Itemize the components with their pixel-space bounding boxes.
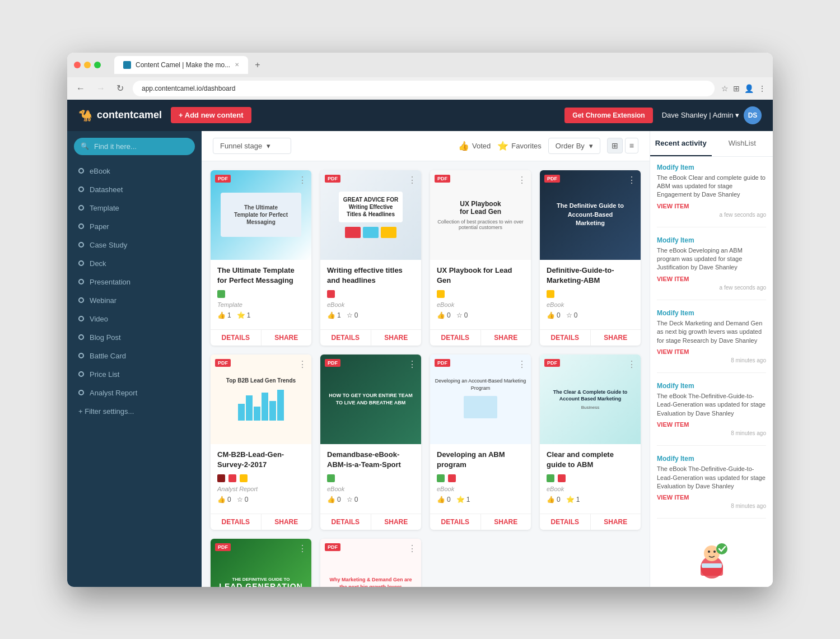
card-menu-8[interactable]: ⋮: [627, 359, 636, 370]
sidebar-label-deck: Deck: [90, 259, 106, 268]
details-button-1[interactable]: DETAILS: [211, 330, 262, 346]
url-input[interactable]: [133, 81, 715, 96]
profile-icon[interactable]: 👤: [744, 84, 754, 93]
card-menu-9[interactable]: ⋮: [298, 543, 307, 554]
back-button[interactable]: ←: [74, 81, 87, 96]
sidebar-item-deck[interactable]: Deck: [67, 254, 202, 273]
details-button-4[interactable]: DETAILS: [540, 330, 591, 346]
card-menu-7[interactable]: ⋮: [517, 359, 526, 370]
sidebar-item-video[interactable]: Video: [67, 310, 202, 328]
share-button-4[interactable]: SHARE: [591, 330, 641, 346]
card-menu-10[interactable]: ⋮: [408, 543, 417, 554]
sidebar-item-price-list[interactable]: Price List: [67, 365, 202, 384]
card-body-3: UX Playbook for Lead Gen eBook 👍 0 ☆ 0: [430, 260, 531, 329]
card-menu-2[interactable]: ⋮: [408, 175, 417, 185]
sidebar-dot: [78, 242, 84, 248]
tab-close-button[interactable]: ✕: [235, 62, 239, 68]
details-button-6[interactable]: DETAILS: [320, 514, 371, 530]
card-menu-5[interactable]: ⋮: [298, 359, 307, 370]
extension-icon[interactable]: ⊞: [733, 84, 740, 93]
tag-yellow-5: [240, 474, 248, 482]
new-tab-button[interactable]: +: [250, 58, 264, 72]
sidebar-label-blog-post: Blog Post: [90, 333, 121, 342]
share-button-3[interactable]: SHARE: [481, 330, 531, 346]
stars-stat-3: ☆ 0: [456, 311, 468, 319]
chrome-extension-button[interactable]: Get Chrome Extension: [564, 108, 652, 123]
tab-wishlist[interactable]: WishList: [712, 131, 773, 156]
card-actions-4: DETAILS SHARE: [540, 329, 641, 346]
card-thumbnail-10: PDF ⋮ Why Marketing & Demand Gen are the…: [320, 539, 421, 586]
mascot-icon: [689, 537, 734, 581]
sidebar-item-presentation[interactable]: Presentation: [67, 273, 202, 291]
minimize-window-button[interactable]: [84, 62, 91, 68]
sidebar-item-ebook[interactable]: eBook: [67, 162, 202, 180]
sidebar-item-analyst-report[interactable]: Analyst Report: [67, 384, 202, 402]
card-badge-8: PDF: [544, 359, 560, 367]
card-title-8: Clear and complete guide to ABM: [547, 450, 634, 470]
activity-link-1[interactable]: VIEW ITEM: [657, 203, 766, 209]
sidebar-item-template[interactable]: Template: [67, 199, 202, 217]
card-body-5: CM-B2B-Lead-Gen-Survey-2-2017 Analyst Re…: [211, 444, 311, 514]
sidebar-item-battle-card[interactable]: Battle Card: [67, 347, 202, 365]
activity-desc-3: The Deck Marketing and Demand Gen as nex…: [657, 319, 766, 345]
order-by-select[interactable]: Order By ▾: [548, 138, 600, 154]
menu-icon[interactable]: ⋮: [758, 84, 766, 93]
add-content-button[interactable]: + Add new content: [171, 107, 251, 123]
share-button-6[interactable]: SHARE: [371, 514, 422, 530]
details-button-3[interactable]: DETAILS: [430, 330, 481, 346]
card-tags-4: [547, 290, 634, 298]
favorites-button[interactable]: ⭐ Favorites: [497, 141, 541, 151]
card-menu-4[interactable]: ⋮: [627, 175, 636, 185]
content-card-9: PDF ⋮ The Definitive Guide to LEAD GENER…: [211, 539, 311, 586]
avatar[interactable]: DS: [744, 106, 762, 124]
sidebar-label-datasheet: Datasheet: [90, 185, 123, 194]
activity-link-3[interactable]: VIEW ITEM: [657, 348, 766, 355]
thumb-content-3: UX Playbookfor Lead Gen Collection of be…: [430, 193, 531, 237]
card-tags-8: [547, 474, 634, 482]
svg-rect-5: [702, 563, 722, 568]
card-tags-5: [217, 474, 305, 482]
share-button-2[interactable]: SHARE: [371, 330, 422, 346]
details-button-2[interactable]: DETAILS: [320, 330, 371, 346]
sidebar-item-case-study[interactable]: Case Study: [67, 236, 202, 254]
voted-button[interactable]: 👍 Voted: [458, 141, 491, 151]
share-button-7[interactable]: SHARE: [481, 514, 531, 530]
list-view-button[interactable]: ≡: [625, 138, 638, 153]
funnel-stage-select[interactable]: Funnel stage ▾: [213, 138, 291, 154]
close-window-button[interactable]: [74, 62, 81, 68]
placeholder-card-1: [430, 539, 531, 586]
sidebar-item-blog-post[interactable]: Blog Post: [67, 328, 202, 347]
search-input[interactable]: [74, 138, 195, 155]
titlebar: Content Camel | Make the mo... ✕ +: [67, 53, 773, 77]
sidebar-item-webinar[interactable]: Webinar: [67, 291, 202, 310]
filter-settings[interactable]: + Filter settings...: [67, 402, 202, 421]
share-button-8[interactable]: SHARE: [591, 514, 641, 530]
activity-link-2[interactable]: VIEW ITEM: [657, 276, 766, 282]
details-button-8[interactable]: DETAILS: [540, 514, 591, 530]
content-card-10: PDF ⋮ Why Marketing & Demand Gen are the…: [320, 539, 421, 586]
share-button-5[interactable]: SHARE: [262, 514, 312, 530]
tab-recent-activity[interactable]: Recent activity: [650, 131, 712, 156]
card-menu-6[interactable]: ⋮: [408, 359, 417, 370]
grid-view-button[interactable]: ⊞: [607, 138, 623, 153]
activity-link-4[interactable]: VIEW ITEM: [657, 421, 766, 428]
thumb-title-3: UX Playbookfor Lead Gen: [437, 200, 524, 216]
refresh-button[interactable]: ↻: [114, 81, 126, 96]
maximize-window-button[interactable]: [94, 62, 101, 68]
activity-action-4: Modify Item: [657, 382, 766, 390]
sidebar-item-datasheet[interactable]: Datasheet: [67, 180, 202, 199]
browser-window: Content Camel | Make the mo... ✕ + ← → ↻…: [67, 53, 773, 587]
card-menu-1[interactable]: ⋮: [298, 175, 307, 185]
share-button-1[interactable]: SHARE: [262, 330, 312, 346]
activity-link-5[interactable]: VIEW ITEM: [657, 494, 766, 501]
bookmark-icon[interactable]: ☆: [721, 84, 729, 93]
right-panel: Recent activity WishList Modify Item The…: [650, 131, 773, 587]
details-button-7[interactable]: DETAILS: [430, 514, 481, 530]
card-menu-3[interactable]: ⋮: [517, 175, 526, 185]
filter-bar: Funnel stage ▾ 👍 Voted ⭐ Favorites: [202, 131, 650, 161]
sidebar-item-paper[interactable]: Paper: [67, 217, 202, 236]
sidebar-dot: [78, 390, 84, 395]
forward-button[interactable]: →: [94, 81, 108, 96]
browser-tab-active[interactable]: Content Camel | Make the mo... ✕: [114, 56, 248, 74]
details-button-5[interactable]: DETAILS: [211, 514, 262, 530]
